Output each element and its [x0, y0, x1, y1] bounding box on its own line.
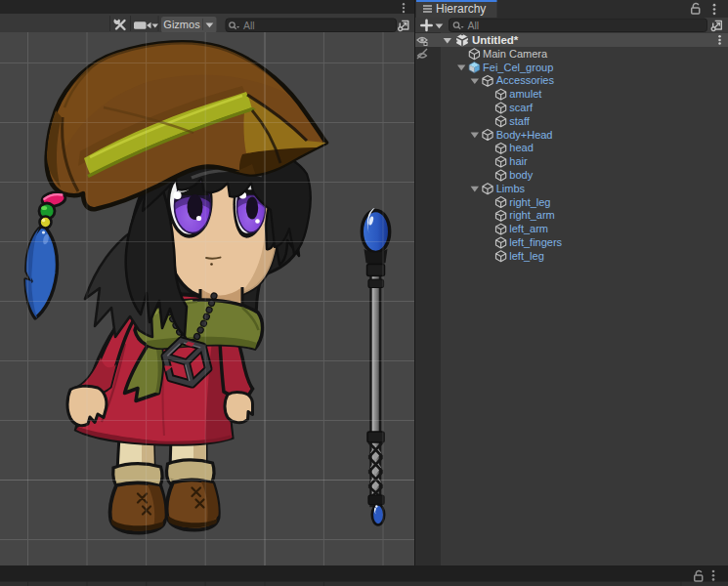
svg-text:hair: hair — [509, 155, 528, 167]
svg-text:left_fingers: left_fingers — [509, 236, 562, 248]
svg-text:Fei_Cel_group: Fei_Cel_group — [483, 62, 553, 73]
svg-text:head: head — [509, 142, 533, 153]
svg-text:staff: staff — [509, 115, 531, 127]
svg-text:Main Camera: Main Camera — [483, 48, 548, 60]
svg-text:Gizmos: Gizmos — [163, 19, 200, 30]
svg-text:scarf: scarf — [509, 102, 534, 113]
svg-text:Accessories: Accessories — [496, 74, 555, 86]
svg-text:body: body — [509, 169, 533, 181]
svg-text:amulet: amulet — [509, 88, 541, 100]
svg-text:All: All — [468, 20, 480, 31]
svg-text:right_arm: right_arm — [509, 209, 554, 221]
svg-text:Hierarchy: Hierarchy — [436, 2, 486, 16]
svg-text:left_arm: left_arm — [509, 223, 548, 234]
svg-text:All: All — [243, 20, 255, 31]
svg-text:Body+Head: Body+Head — [496, 129, 553, 141]
svg-text:Limbs: Limbs — [496, 183, 526, 194]
svg-text:left_leg: left_leg — [509, 250, 543, 262]
svg-text:right_leg: right_leg — [509, 196, 550, 208]
svg-text:Untitled*: Untitled* — [472, 34, 519, 46]
